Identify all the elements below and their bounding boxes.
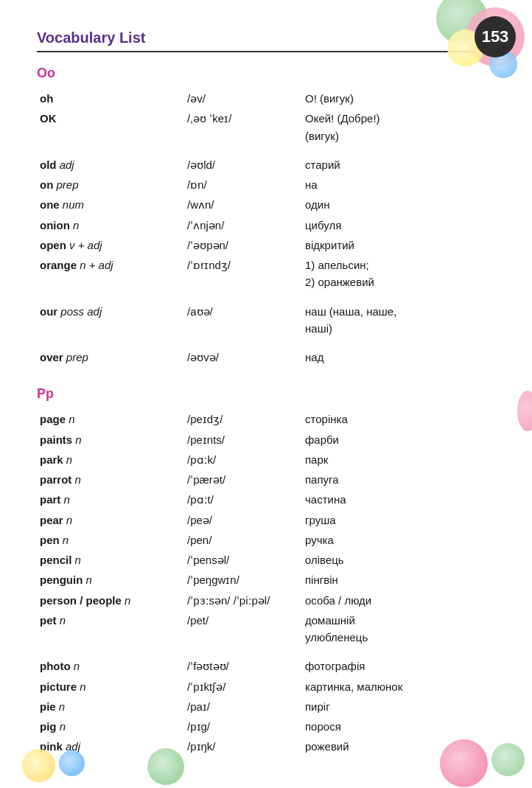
phonetic-cell: /ˈfəʊtəʊ/ — [184, 656, 302, 676]
word-cell: on prep — [37, 175, 184, 195]
phonetic-cell: /əʊld/ — [184, 155, 302, 175]
word: over — [40, 351, 63, 363]
translation-cell: фарби — [302, 430, 495, 450]
word-cell: park n — [37, 450, 184, 470]
word: photo — [40, 660, 71, 672]
word-pos: n — [86, 573, 92, 586]
table-row: OK /ˌəʊ ˈkeɪ/ Окей! (Добре!)(вигук) — [37, 108, 495, 146]
table-row: parrot n /ˈpærət/ папуга — [37, 470, 495, 489]
translation-cell: фотографія — [302, 656, 495, 676]
table-row: part n /pɑːt/ частина — [37, 489, 495, 509]
word-cell: page n — [37, 409, 184, 429]
word-cell: part n — [37, 489, 184, 509]
word: our — [40, 305, 57, 318]
word-pos: v + adj — [69, 239, 102, 251]
word-cell: orange n + adj — [37, 255, 184, 293]
phonetic-cell: /peɪdʒ/ — [184, 409, 302, 429]
phonetic-cell: /pɪg/ — [184, 716, 302, 736]
word-pos: n — [60, 614, 66, 627]
page-number: 153 — [475, 16, 516, 57]
word: oh — [40, 92, 53, 105]
word-pos: n — [66, 514, 72, 526]
translation-cell: груша — [302, 510, 495, 530]
word-pos: num — [63, 198, 84, 211]
word-pos: prep — [66, 351, 88, 363]
phonetic-cell: /ˈpɪktʃə/ — [184, 677, 302, 697]
table-row: pet n /pet/ домашнійулюбленець — [37, 610, 495, 648]
section-header-pp: Pp — [37, 386, 495, 402]
word-pos: n — [69, 413, 74, 425]
table-row: picture n /ˈpɪktʃə/ картинка, малюнок — [37, 677, 495, 697]
phonetic-cell: /paɪ/ — [184, 697, 302, 716]
word-cell: our poss adj — [37, 301, 184, 339]
translation-cell: один — [302, 195, 495, 215]
word: open — [40, 239, 66, 251]
table-row: penguin n /ˈpeŋgwɪn/ пінгвін — [37, 570, 495, 590]
word-cell: pear n — [37, 510, 184, 530]
translation-cell: ручка — [302, 530, 495, 550]
word: paints — [40, 433, 72, 446]
word: pen — [40, 534, 60, 546]
word-cell: open v + adj — [37, 235, 184, 255]
deco-circle-bottom-1 — [22, 749, 55, 782]
phonetic-cell: /pɑːt/ — [184, 489, 302, 509]
table-row: over prep /əʊvə/ над — [37, 347, 495, 367]
word: pencil — [40, 554, 71, 566]
word-cell: over prep — [37, 347, 184, 367]
translation-cell: наш (наша, наше,наші) — [302, 301, 495, 339]
gap-row — [37, 293, 495, 301]
word-pos: n — [59, 700, 65, 713]
word: pie — [40, 700, 56, 713]
word-pos: n — [75, 554, 81, 566]
phonetic-cell: /ɒn/ — [184, 175, 302, 195]
deco-circle-bottom-right-1 — [440, 739, 488, 787]
phonetic-cell: /ˈɒrɪndʒ/ — [184, 255, 302, 293]
word-cell: picture n — [37, 677, 184, 697]
word-cell: pen n — [37, 530, 184, 550]
translation-cell: сторінка — [302, 409, 495, 429]
word-pos: adj — [60, 158, 74, 171]
table-row: oh /əv/ О! (вигук) — [37, 88, 495, 108]
word-cell: photo n — [37, 656, 184, 676]
table-row: onion n /ˈʌnjən/ цибуля — [37, 215, 495, 235]
table-row: pink adj /pɪŋk/ рожевий — [37, 736, 495, 756]
word-cell: pencil n — [37, 550, 184, 570]
word-pos: n — [125, 594, 130, 607]
phonetic-cell: /wʌn/ — [184, 195, 302, 215]
translation-cell: на — [302, 175, 495, 195]
phonetic-cell: /pɪŋk/ — [184, 736, 302, 756]
word-cell: penguin n — [37, 570, 184, 590]
word: orange — [40, 259, 77, 271]
translation-cell: порося — [302, 716, 495, 736]
word-cell: pig n — [37, 716, 184, 736]
phonetic-cell: /ˈʌnjən/ — [184, 215, 302, 235]
phonetic-cell: /peə/ — [184, 510, 302, 530]
word-cell: old adj — [37, 155, 184, 175]
word: old — [40, 158, 57, 171]
translation-cell: над — [302, 347, 495, 367]
translation-cell: пиріг — [302, 697, 495, 716]
translation-cell: старий — [302, 155, 495, 175]
phonetic-cell: /ˈpeŋgwɪn/ — [184, 570, 302, 590]
translation-cell: частина — [302, 489, 495, 509]
table-row: open v + adj /ˈəʊpən/ відкритий — [37, 235, 495, 255]
table-row: person / people n /ˈpɜːsən/ /ˈpiːpəl/ ос… — [37, 590, 495, 610]
word-pos: n — [80, 680, 85, 693]
word: part — [40, 493, 60, 506]
phonetic-cell: /əv/ — [184, 88, 302, 108]
table-row: page n /peɪdʒ/ сторінка — [37, 409, 495, 429]
translation-cell: цибуля — [302, 215, 495, 235]
phonetic-cell: /ˈpensəl/ — [184, 550, 302, 570]
word: onion — [40, 219, 70, 231]
phonetic-cell: /ˈpærət/ — [184, 470, 302, 489]
section-spacer — [37, 372, 495, 383]
gap-row — [37, 146, 495, 155]
word-pos: n — [73, 219, 79, 231]
vocab-table-oo: oh /əv/ О! (вигук) OK /ˌəʊ ˈkeɪ/ Окей! (… — [37, 88, 495, 367]
word-cell: one num — [37, 195, 184, 215]
table-row: pear n /peə/ груша — [37, 510, 495, 530]
phonetic-cell: /pet/ — [184, 610, 302, 648]
word: pear — [40, 514, 63, 526]
translation-cell: О! (вигук) — [302, 88, 495, 108]
word-cell: pie n — [37, 697, 184, 716]
